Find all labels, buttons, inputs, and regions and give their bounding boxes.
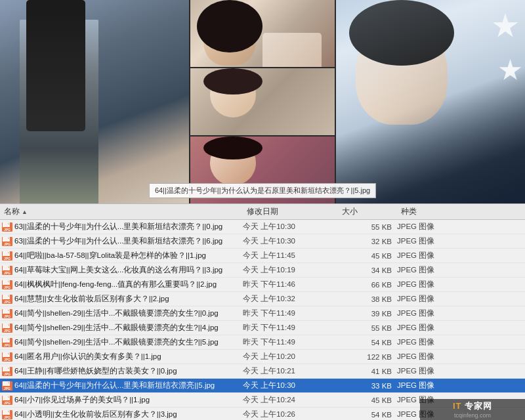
file-type-cell: JPEG 图像 — [397, 222, 476, 232]
watermark-text: IT 专家网 — [453, 400, 492, 412]
svg-text:JPG: JPG — [4, 401, 10, 405]
file-name-cell: 64||王静||有哪些娇艳妖娆型的古装美女？||0.jpg — [14, 366, 243, 376]
file-type-cell: JPEG 图像 — [397, 337, 476, 347]
file-name-cell: 64||温柔的十号少年||为什么认...里美和新垣结衣漂亮||5.jpg — [14, 381, 243, 390]
svg-text:JPG: JPG — [4, 242, 10, 246]
file-list-area: 名称 ▲ 修改日期 大小 种类 JPG — [0, 203, 525, 420]
svg-text:JPG: JPG — [4, 415, 10, 419]
svg-text:JPG: JPG — [4, 271, 10, 275]
table-row[interactable]: JPG 63||温柔的十号少年||为什么认...里美和新垣结衣漂亮？||6.jp… — [0, 234, 525, 249]
jpeg-icon: JPG — [2, 352, 12, 362]
file-name-cell: 64||慧慧||女生化妆前妆后区别有多大？||2.jpg — [14, 294, 243, 304]
svg-text:JPG: JPG — [4, 358, 10, 362]
file-size-cell: 66 KB — [338, 281, 397, 289]
jpeg-icon: JPG — [2, 266, 12, 275]
file-date-cell: 昨天 下午11:49 — [243, 323, 338, 333]
file-type-icon: JPG — [2, 381, 12, 390]
file-size-cell: 54 KB — [338, 339, 397, 346]
file-icon-cell: JPG — [0, 309, 14, 318]
file-type-icon: JPG — [2, 295, 12, 304]
jpeg-icon: JPG — [2, 324, 12, 333]
file-name-cell: 63||温柔的十号少年||为什么认...里美和新垣结衣漂亮？||6.jpg — [14, 236, 243, 246]
svg-text:JPG: JPG — [4, 329, 10, 333]
table-row[interactable]: JPG 64||简兮||shellen-29||生活中...不戴眼镜要漂亮的女生… — [0, 321, 525, 335]
file-icon-cell: JPG — [0, 222, 14, 232]
table-row[interactable]: JPG 64||简兮||shellen-29||生活中...不戴眼镜要漂亮的女生… — [0, 335, 525, 350]
filename-tooltip: 64||温柔的十号少年||为什么认为是石原里美和新垣结衣漂亮？||5.jpg — [149, 183, 376, 198]
svg-text:JPG: JPG — [4, 343, 10, 347]
preview-col-center — [190, 0, 335, 203]
file-icon-cell: JPG — [0, 338, 14, 347]
file-name-cell: 64||小透明||女生化妆前妆后区别有多大？||3.jpg — [14, 410, 243, 419]
file-size-cell: 45 KB — [338, 252, 397, 260]
file-type-cell: JPEG 图像 — [397, 251, 476, 261]
file-type-icon: JPG — [2, 266, 12, 275]
file-date-cell: 今天 上午10:21 — [243, 366, 338, 376]
preview-area: 64||温柔的十号少年||为什么认为是石原里美和新垣结衣漂亮？||5.jpg — [0, 0, 525, 203]
file-type-cell: JPEG 图像 — [397, 381, 476, 390]
file-type-icon: JPG — [2, 410, 12, 419]
file-type-cell: JPEG 图像 — [397, 352, 476, 362]
file-type-icon: JPG — [2, 324, 12, 333]
file-date-cell: 昨天 下午11:46 — [243, 280, 338, 289]
file-icon-cell: JPG — [0, 396, 14, 405]
file-type-cell: JPEG 图像 — [397, 294, 476, 304]
table-row[interactable]: JPG 64||慧慧||女生化妆前妆后区别有多大？||2.jpg 今天 上午10… — [0, 292, 525, 306]
file-type-cell: JPEG 图像 — [397, 280, 476, 289]
file-date-cell: 今天 上午10:26 — [243, 410, 338, 419]
table-row[interactable]: JPG 64||匿名用户||你认识的美女有多美？||1.jpg 今天 上午10:… — [0, 350, 525, 364]
file-size-cell: 39 KB — [338, 310, 397, 318]
file-name-cell: 64||简兮||shellen-29||生活中...不戴眼镜要漂亮的女生?||4… — [14, 323, 243, 333]
file-type-icon: JPG — [2, 367, 12, 376]
jpeg-icon: JPG — [2, 295, 12, 304]
svg-text:JPG: JPG — [4, 257, 10, 261]
file-type-icon: JPG — [2, 338, 12, 347]
preview-image-left — [0, 0, 189, 203]
file-type-icon: JPG — [2, 352, 12, 362]
sort-arrow-icon: ▲ — [22, 209, 28, 215]
jpeg-icon: JPG — [2, 338, 12, 347]
table-row[interactable]: JPG 64||简兮||shellen-29||生活中...不戴眼镜要漂亮的女生… — [0, 306, 525, 321]
file-name-cell: 63||温柔的十号少年||为什么认...里美和新垣结衣漂亮？||0.jpg — [14, 222, 243, 232]
file-date-cell: 今天 上午10:30 — [243, 236, 338, 246]
table-row[interactable]: JPG 63||温柔的十号少年||为什么认...里美和新垣结衣漂亮？||0.jp… — [0, 220, 525, 234]
jpeg-icon: JPG — [2, 222, 12, 232]
file-icon-cell: JPG — [0, 295, 14, 304]
file-date-cell: 今天 上午10:30 — [243, 222, 338, 232]
table-row[interactable]: JPG 64||吧啦||ba-la-57-58||穿Lolita装是种怎样的体验… — [0, 249, 525, 263]
table-row[interactable]: JPG 64||枫枫枫叶||feng-feng-feng...值真的有那么重要吗… — [0, 278, 525, 292]
svg-text:JPG: JPG — [4, 314, 10, 318]
tooltip-text: 64||温柔的十号少年||为什么认为是石原里美和新垣结衣漂亮？||5.jpg — [155, 186, 370, 194]
svg-text:JPG: JPG — [4, 387, 10, 390]
svg-text:JPG: JPG — [4, 285, 10, 289]
file-name-cell: 64||匿名用户||你认识的美女有多美？||1.jpg — [14, 352, 243, 362]
table-row[interactable]: JPG 64||温柔的十号少年||为什么认...里美和新垣结衣漂亮||5.jpg… — [0, 379, 525, 393]
table-row[interactable]: JPG 64||草莓味大宝||网上美女这么...化妆真的这么有用吗？||3.jp… — [0, 263, 525, 278]
jpeg-icon: JPG — [2, 396, 12, 405]
file-icon-cell: JPG — [0, 367, 14, 376]
file-size-cell: 55 KB — [338, 324, 397, 332]
file-size-cell: 32 KB — [338, 238, 397, 245]
col-header-type: 种类 — [397, 206, 476, 217]
jpeg-icon: JPG — [2, 280, 12, 289]
file-date-cell: 昨天 下午11:49 — [243, 308, 338, 318]
file-size-cell: 54 KB — [338, 411, 397, 419]
file-size-cell: 38 KB — [338, 295, 397, 303]
file-icon-cell: JPG — [0, 324, 14, 333]
watermark-url: tcqinfeng.com — [453, 412, 492, 419]
file-type-cell: JPEG 图像 — [397, 323, 476, 333]
file-size-cell: 34 KB — [338, 266, 397, 274]
file-size-cell: 55 KB — [338, 223, 397, 231]
file-name-cell: 64||简兮||shellen-29||生活中...不戴眼镜要漂亮的女生?||5… — [14, 337, 243, 347]
table-row[interactable]: JPG 64||王静||有哪些娇艳妖娆型的古装美女？||0.jpg 今天 上午1… — [0, 364, 525, 379]
file-date-cell: 今天 上午10:20 — [243, 352, 338, 362]
file-type-icon: JPG — [2, 396, 12, 405]
col-header-size: 大小 — [338, 206, 397, 217]
file-date-cell: 今天 上午10:24 — [243, 395, 338, 405]
jpeg-icon: JPG — [2, 381, 12, 390]
file-icon-cell: JPG — [0, 381, 14, 390]
col-header-name: 名称 ▲ — [0, 206, 243, 217]
file-date-cell: 今天 上午11:45 — [243, 251, 338, 261]
file-name-cell: 64||小7||你见过场鼻子的美女吗？||1.jpg — [14, 395, 243, 405]
file-date-cell: 今天 上午10:32 — [243, 294, 338, 304]
